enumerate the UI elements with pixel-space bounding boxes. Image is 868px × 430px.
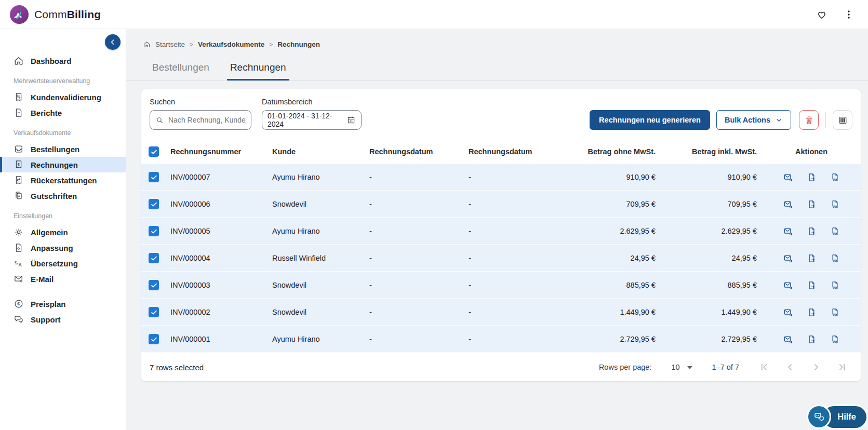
pagination-controls [759, 362, 847, 372]
download-xml-button[interactable] [830, 172, 840, 182]
row-checkbox[interactable] [149, 226, 159, 236]
send-email-button[interactable] [783, 280, 793, 290]
sidebar-item-email[interactable]: E-Mail [0, 271, 126, 287]
cell-invoice-date-2: - [469, 335, 557, 343]
export-document-button[interactable] [807, 199, 817, 209]
export-document-icon [807, 307, 817, 317]
cell-amount-net: 2.729,95 € [557, 335, 661, 343]
copy-document-icon [14, 191, 24, 201]
breadcrumb-rechnungen[interactable]: Rechnungen [277, 41, 320, 48]
next-page-button[interactable] [811, 362, 821, 372]
download-xml-icon [830, 307, 840, 317]
table-row: INV/000007 Ayumu Hirano - - 910,90 € 910… [141, 164, 861, 191]
cell-customer: Snowdevil [272, 308, 369, 316]
download-xml-button[interactable] [830, 253, 840, 263]
table-row: INV/000001 Ayumu Hirano - - 2.729,95 € 2… [141, 326, 861, 353]
prev-page-button[interactable] [785, 362, 795, 372]
sidebar-item-gutschriften[interactable]: Gutschriften [0, 188, 126, 204]
cell-amount-gross: 24,95 € [661, 254, 762, 262]
trash-icon [804, 115, 814, 125]
last-page-button[interactable] [837, 362, 847, 372]
daterange-input[interactable]: 01-01-2024 - 31-12-2024 [262, 110, 362, 130]
download-xml-button[interactable] [830, 334, 840, 344]
app-logo: CommBilling [9, 5, 101, 24]
table-row: INV/000004 Russell Winfield - - 24,95 € … [141, 245, 861, 272]
send-email-button[interactable] [783, 172, 793, 182]
bulk-actions-button[interactable]: Bulk Actions [716, 110, 791, 130]
send-email-button[interactable] [783, 199, 793, 209]
send-email-button[interactable] [783, 334, 793, 344]
sidebar-item-label: Rechnungen [31, 160, 78, 169]
table-row: INV/000002 Snowdevil - - 1.449,90 € 1.44… [141, 299, 861, 326]
cell-invoice-number: INV/000003 [170, 281, 272, 289]
export-document-button[interactable] [807, 280, 817, 290]
tray-icon [14, 144, 24, 154]
sidebar-item-anpassung[interactable]: Anpassung [0, 240, 126, 256]
download-xml-icon [830, 253, 840, 263]
export-document-button[interactable] [807, 172, 817, 182]
sidebar-item-berichte[interactable]: Berichte [0, 105, 126, 120]
columns-button[interactable] [833, 110, 852, 130]
sidebar-item-uebersetzung[interactable]: Übersetzung [0, 256, 126, 271]
selected-count: 7 rows selected [150, 363, 204, 372]
cell-amount-net: 910,90 € [557, 173, 661, 181]
translate-icon [14, 258, 24, 268]
row-checkbox[interactable] [149, 307, 159, 317]
cell-amount-gross: 2.629,95 € [661, 227, 762, 235]
send-email-icon [783, 280, 793, 290]
heart-icon[interactable] [816, 9, 827, 20]
sidebar-item-label: Bestellungen [31, 145, 79, 154]
download-xml-button[interactable] [830, 280, 840, 290]
select-all-checkbox[interactable] [149, 146, 159, 157]
row-checkbox[interactable] [149, 172, 159, 182]
sidebar-item-rueckerstattungen[interactable]: Rückerstattungen [0, 172, 126, 188]
search-input[interactable] [168, 116, 246, 124]
cell-invoice-number: INV/000001 [170, 335, 272, 343]
tab-bestellungen[interactable]: Bestellungen [149, 58, 212, 80]
check-icon [150, 227, 158, 235]
sidebar-item-bestellungen[interactable]: Bestellungen [0, 141, 126, 157]
breadcrumb-startseite[interactable]: Startseite [155, 41, 185, 48]
download-xml-button[interactable] [830, 199, 840, 209]
download-xml-button[interactable] [830, 226, 840, 236]
send-email-button[interactable] [783, 253, 793, 263]
sidebar-item-rechnungen[interactable]: Rechnungen [0, 157, 126, 172]
help-chat-button[interactable] [807, 405, 831, 429]
export-document-button[interactable] [807, 226, 817, 236]
regenerate-invoices-button[interactable]: Rechnungen neu generieren [590, 110, 710, 130]
download-xml-button[interactable] [830, 307, 840, 317]
sidebar-collapse-button[interactable] [105, 34, 121, 50]
row-checkbox[interactable] [149, 334, 159, 344]
receipt-refund-icon [14, 175, 24, 185]
breadcrumb-separator: > [190, 41, 193, 48]
help-chat-icon [813, 411, 825, 423]
rows-per-page-select[interactable]: 10 [671, 363, 692, 371]
kebab-menu-icon[interactable] [843, 9, 854, 20]
breadcrumb-separator: > [269, 41, 273, 48]
sidebar-item-kundenvalidierung[interactable]: Kundenvalidierung [0, 89, 126, 105]
sidebar-item-support[interactable]: Support [0, 312, 126, 327]
sidebar-item-dashboard[interactable]: Dashboard [0, 53, 126, 69]
export-document-button[interactable] [807, 334, 817, 344]
tab-rechnungen[interactable]: Rechnungen [227, 58, 289, 80]
sidebar-item-preisplan[interactable]: Preisplan [0, 296, 126, 312]
export-document-icon [807, 226, 817, 236]
breadcrumb-verkaufsdokumente[interactable]: Verkaufsdokumente [198, 41, 264, 48]
cell-amount-gross: 1.449,90 € [661, 308, 762, 316]
delete-button[interactable] [799, 110, 819, 130]
cell-invoice-date-2: - [469, 254, 557, 262]
first-page-button[interactable] [759, 362, 769, 372]
row-checkbox[interactable] [149, 280, 159, 290]
daterange-label: Datumsbereich [262, 98, 362, 106]
send-email-button[interactable] [783, 307, 793, 317]
header-invoice-date: Rechnungsdatum [369, 147, 469, 156]
header-amount-gross: Betrag inkl. MwSt. [661, 147, 762, 156]
send-email-button[interactable] [783, 226, 793, 236]
cell-invoice-date: - [369, 200, 469, 208]
row-checkbox[interactable] [149, 253, 159, 263]
export-document-button[interactable] [807, 253, 817, 263]
export-document-button[interactable] [807, 307, 817, 317]
row-checkbox[interactable] [149, 199, 159, 209]
sidebar-item-allgemein[interactable]: Allgemein [0, 224, 126, 240]
download-xml-icon [830, 334, 840, 344]
